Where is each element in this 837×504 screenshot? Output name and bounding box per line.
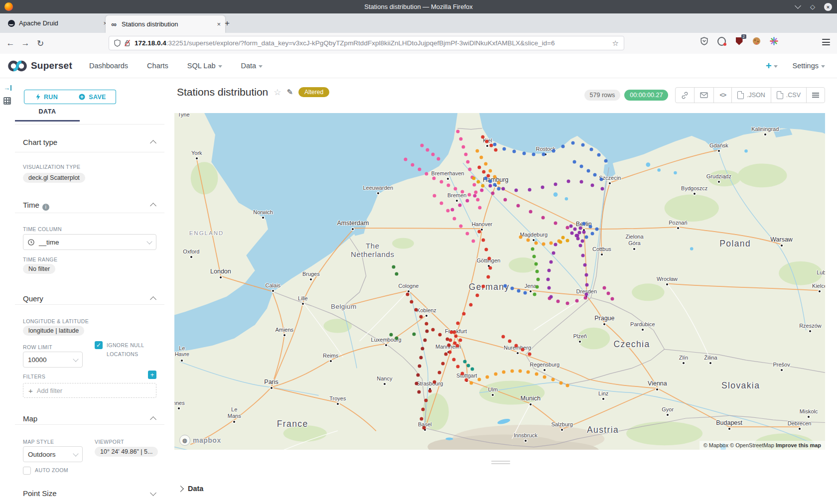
collapse-panel-icon[interactable]: → [3,84,11,92]
chevron-down-icon [821,65,825,68]
time-range-label: TIME RANGE [23,256,57,262]
scatter-point [465,232,469,236]
scatter-point [533,254,536,258]
lonlat-value[interactable]: longitude | latitude [23,326,84,336]
panel-drag-handle[interactable] [164,461,837,464]
scatter-point [559,381,562,384]
bookmark-star-icon[interactable]: ☆ [612,39,619,48]
scatter-point [566,239,569,243]
scatter-point [551,378,555,381]
nav-charts[interactable]: Charts [147,62,168,70]
scatter-point [573,160,576,164]
section-chart-type[interactable]: Chart type [23,138,57,146]
nav-dashboards[interactable]: Dashboards [89,62,128,70]
section-query[interactable]: Query [23,294,43,303]
add-new-button[interactable]: + [766,60,778,72]
chevron-down-icon[interactable] [150,490,156,496]
back-icon[interactable]: ← [3,38,18,48]
time-column-select[interactable]: __time [23,234,156,250]
url-field[interactable]: 172.18.0.4:32251/superset/explore/?form_… [109,36,624,50]
chevron-up-icon[interactable] [150,203,156,209]
scatter-point [466,160,470,164]
ignore-null-checkbox[interactable]: ✓ [95,341,103,349]
viz-type-value[interactable]: deck.gl Scatterplot [23,173,85,183]
download-json-button[interactable]: .JSON [732,88,771,103]
scatter-point [478,206,482,209]
shield-icon[interactable] [114,39,121,47]
download-csv-button[interactable]: .CSV [771,88,807,103]
insecure-lock-icon[interactable] [124,39,131,47]
maximize-icon[interactable]: ◇ [809,3,816,10]
scatter-point [593,173,596,177]
tab-close-icon[interactable]: × [217,20,221,28]
map-style-select[interactable]: Outdoors [23,446,83,462]
lonlat-label: LONGITUDE & LATITUDE [23,318,89,324]
scatter-point [389,333,393,336]
nav-data[interactable]: Data [241,62,263,70]
chevron-up-icon[interactable] [150,140,156,146]
file-icon [777,91,783,99]
email-button[interactable] [695,88,714,103]
nav-sql-lab[interactable]: SQL Lab [187,62,222,70]
scatter-point [481,184,484,188]
osm-attribution-link[interactable]: © OpenStreetMap [730,442,774,448]
add-filter-field[interactable]: +Add filter [23,383,156,398]
browser-menu-icon[interactable] [822,39,830,45]
mask-extension-icon[interactable] [717,37,726,45]
scatter-point [473,194,477,197]
viewport-value[interactable]: 10° 24' 49.86" | 5... [95,447,158,457]
dataset-grid-icon[interactable] [3,97,11,105]
ublock-icon[interactable]: 2 [735,37,743,45]
reload-icon[interactable]: ↻ [33,38,48,49]
tab-stations-distribution[interactable]: ∞ Stations distribution × [106,15,225,33]
scatter-point [404,157,408,161]
mapbox-attribution-link[interactable]: © Mapbox [703,442,728,448]
copy-link-button[interactable] [676,88,695,103]
improve-map-link[interactable]: Improve this map [776,442,821,448]
auto-zoom-checkbox[interactable] [23,467,31,475]
add-filter-plus-button[interactable]: + [148,371,156,379]
scatter-point [550,295,553,298]
section-point-size[interactable]: Point Size [23,489,57,498]
colorful-extension-icon[interactable] [770,37,778,45]
window-title: Stations distribution — Mozilla Firefox [0,3,837,10]
new-tab-button[interactable]: + [221,17,233,29]
data-panel-toggle[interactable]: Data [178,485,203,493]
save-button[interactable]: SAVE [69,90,116,104]
scatter-point [502,187,505,190]
time-column-label: TIME COLUMN [23,226,62,232]
hamburger-icon [812,93,819,98]
app-window: Stations distribution — Mozilla Firefox … [0,0,837,504]
forward-icon[interactable]: → [18,38,33,48]
favorite-star-icon[interactable]: ☆ [274,87,281,98]
embed-code-button[interactable]: <> [714,88,732,103]
section-time[interactable]: Timei [23,201,49,211]
cookie-extension-icon[interactable] [752,37,761,45]
scatter-point [453,187,457,190]
mapbox-logo[interactable]: ◍ mapbox [179,435,221,446]
row-limit-select[interactable]: 10000 [23,352,83,368]
close-icon[interactable]: × [824,3,832,11]
scatter-point [561,236,565,239]
superset-logo[interactable]: Superset [7,59,72,73]
edit-properties-icon[interactable]: ✎ [287,88,293,97]
scatter-point [456,365,460,369]
chevron-up-icon[interactable] [150,296,156,303]
tab-apache-druid[interactable]: Apache Druid × [3,15,112,31]
chart-menu-button[interactable] [807,88,825,103]
pocket-icon[interactable] [700,37,708,45]
chart-action-buttons: <> .JSON .CSV [675,87,825,103]
minimize-icon[interactable] [795,2,801,9]
chevron-up-icon[interactable] [150,416,156,423]
settings-menu[interactable]: Settings [793,62,825,70]
firefox-icon [4,2,13,11]
tab-data[interactable]: DATA [15,108,80,115]
section-map[interactable]: Map [23,414,37,423]
browser-titlebar: Stations distribution — Mozilla Firefox … [0,0,837,13]
run-button[interactable]: RUN [24,90,70,104]
deckgl-scatterplot-map[interactable]: on TyneYorkLeeuwardenNorwichAmsterdamThe… [174,113,825,450]
scatter-point [535,373,538,376]
scatter-point [446,184,450,187]
time-range-value[interactable]: No filter [23,264,55,274]
chevron-down-icon [73,356,78,362]
